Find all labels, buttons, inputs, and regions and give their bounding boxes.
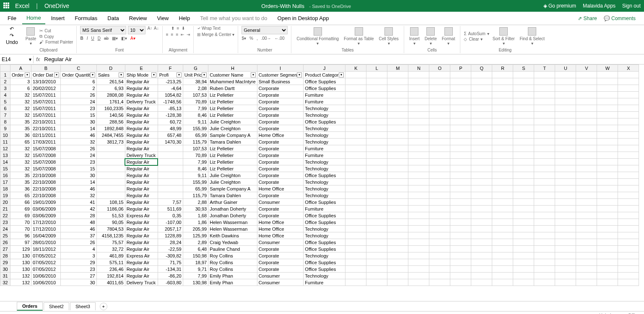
cell[interactable] [618, 78, 639, 85]
row-header[interactable]: 15 [0, 165, 10, 172]
cell[interactable] [555, 159, 576, 165]
cell[interactable]: 30 [61, 172, 97, 179]
cell[interactable] [471, 273, 492, 279]
cell[interactable] [158, 185, 183, 192]
cell[interactable] [555, 273, 576, 279]
cell[interactable] [492, 226, 513, 232]
cell[interactable] [450, 279, 471, 286]
grow-font-icon[interactable]: A↑ [147, 26, 152, 34]
cell[interactable] [492, 92, 513, 98]
cell[interactable] [555, 165, 576, 172]
cell[interactable] [366, 192, 387, 199]
cell[interactable] [555, 152, 576, 159]
cell[interactable]: Office Supplies [304, 246, 345, 252]
cell[interactable]: Sample Company A [208, 185, 257, 192]
cell[interactable]: Regular Air [125, 132, 158, 139]
cell[interactable]: Regular Air [125, 206, 158, 212]
cell[interactable] [408, 212, 429, 219]
cell[interactable]: Emily Phan [208, 273, 257, 279]
cell[interactable]: 15 [61, 112, 97, 118]
cell[interactable]: 1228,89 [158, 232, 183, 239]
cell[interactable]: 15/07/2011 [31, 98, 61, 105]
cell[interactable] [618, 98, 639, 105]
cell[interactable]: 65,99 [183, 185, 208, 192]
align-mid-icon[interactable]: ≡ [177, 26, 179, 31]
cell[interactable]: Liz Pelletier [208, 105, 257, 112]
cell[interactable] [366, 219, 387, 226]
cell[interactable] [471, 85, 492, 92]
cell[interactable] [513, 252, 534, 259]
cell[interactable]: 511,69 [158, 206, 183, 212]
row-header[interactable]: 11 [0, 139, 10, 145]
cell[interactable] [450, 232, 471, 239]
cell[interactable] [450, 219, 471, 226]
cell[interactable]: Express Air [125, 252, 158, 259]
cell[interactable] [471, 118, 492, 125]
cell[interactable] [555, 132, 576, 139]
cell[interactable]: 1,68 [183, 212, 208, 219]
cell[interactable] [597, 206, 618, 212]
cell[interactable] [450, 92, 471, 98]
cell[interactable] [429, 92, 450, 98]
cell[interactable] [345, 259, 366, 266]
cell[interactable] [534, 273, 555, 279]
cell[interactable]: 69 [10, 206, 31, 212]
tellme-input[interactable]: Tell me what you want to do [196, 13, 271, 24]
cell[interactable] [534, 266, 555, 273]
cell[interactable] [618, 172, 639, 179]
cell[interactable] [576, 192, 597, 199]
cell[interactable] [513, 92, 534, 98]
cell[interactable] [366, 273, 387, 279]
filter-dropdown-icon[interactable]: ▾ [119, 72, 124, 77]
cell[interactable] [408, 273, 429, 279]
cut-button[interactable]: ✂ Cut [39, 28, 73, 33]
cell[interactable]: 70,89 [183, 98, 208, 105]
col-header[interactable]: H [208, 65, 257, 72]
cell[interactable]: Liz Pelletier [208, 112, 257, 118]
cell[interactable]: Liz Pelletier [208, 92, 257, 98]
filter-header-cell[interactable]: Order Quantit▾ [61, 72, 97, 78]
cell[interactable]: Technology [304, 185, 345, 192]
cell[interactable] [576, 159, 597, 165]
cell[interactable]: 90,05 [96, 219, 125, 226]
cell[interactable] [387, 72, 408, 78]
cell[interactable]: 2484,7455 [96, 132, 125, 139]
cell[interactable]: Express Air [125, 212, 158, 219]
cell[interactable] [345, 152, 366, 159]
cell[interactable] [492, 279, 513, 286]
cell[interactable] [345, 219, 366, 226]
cell[interactable] [597, 85, 618, 92]
cell[interactable] [450, 165, 471, 172]
cell[interactable]: 75,57 [96, 239, 125, 246]
cell[interactable] [534, 246, 555, 252]
cell[interactable] [366, 165, 387, 172]
cell[interactable] [429, 105, 450, 112]
cell[interactable] [618, 185, 639, 192]
cell[interactable]: Corporate [257, 252, 304, 259]
cell[interactable]: 9,11 [183, 118, 208, 125]
indent-dec-icon[interactable]: ⇤ [181, 32, 184, 37]
cell[interactable]: Regular Air [125, 266, 158, 273]
cell[interactable] [492, 246, 513, 252]
cell[interactable] [618, 112, 639, 118]
cell[interactable] [513, 219, 534, 226]
cell[interactable]: 1761,4 [96, 98, 125, 105]
border-button[interactable]: ▦▾ [112, 36, 118, 41]
cell[interactable] [534, 206, 555, 212]
cell[interactable] [471, 246, 492, 252]
col-header[interactable]: M [387, 65, 408, 72]
cell[interactable] [618, 206, 639, 212]
cell[interactable] [345, 226, 366, 232]
cell[interactable] [429, 139, 450, 145]
app-launcher-icon[interactable] [3, 3, 10, 9]
col-header[interactable]: A [10, 65, 31, 72]
cell[interactable]: 155,99 [183, 179, 208, 185]
cell[interactable] [408, 152, 429, 159]
cell[interactable] [492, 185, 513, 192]
cell[interactable] [597, 145, 618, 152]
col-header[interactable]: W [597, 65, 618, 72]
cell[interactable] [597, 125, 618, 132]
cell[interactable]: 60,72 [158, 118, 183, 125]
cell[interactable] [618, 145, 639, 152]
cell[interactable] [366, 98, 387, 105]
